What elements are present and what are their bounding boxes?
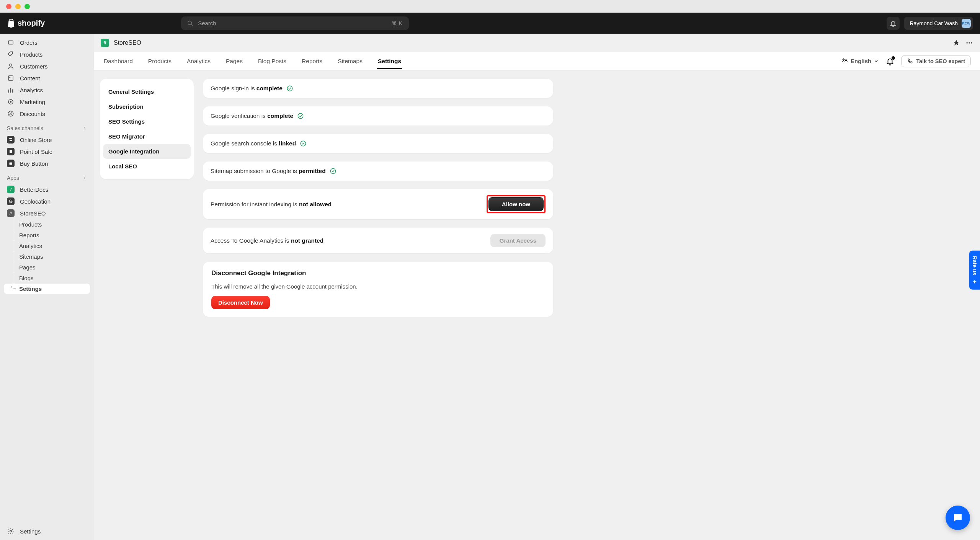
sidebar-item-marketing[interactable]: Marketing [4,96,90,108]
app-titlebar: // StoreSEO [94,34,980,52]
window-minimize-dot[interactable] [15,4,21,9]
grant-access-button[interactable]: Grant Access [490,234,546,247]
allow-now-button[interactable]: Allow now [488,197,544,211]
settings-menu-general[interactable]: General Settings [103,84,191,99]
disconnect-now-button[interactable]: Disconnect Now [211,296,270,309]
svg-point-15 [971,42,972,43]
settings-menu-local-seo[interactable]: Local SEO [103,159,191,174]
sidebar-item-discounts[interactable]: Discounts [4,108,90,119]
phone-icon [907,58,913,64]
sidebar-item-customers[interactable]: Customers [4,60,90,72]
check-circle-icon [297,113,304,119]
customers-icon [7,62,15,70]
sidebar-channel-pos[interactable]: Point of Sale [4,146,90,157]
shopify-logo[interactable]: shopify [7,18,45,28]
chevron-down-icon [874,59,879,64]
sidebar-item-orders[interactable]: Orders [4,37,90,48]
betterdocs-icon: ✓ [7,186,15,193]
sidebar-item-settings[interactable]: Settings [4,525,90,537]
svg-point-12 [10,530,12,532]
tab-reports[interactable]: Reports [301,53,323,69]
sidebar-item-label: Geolocation [20,198,51,205]
tab-dashboard[interactable]: Dashboard [103,53,134,69]
sidebar-item-label: Discounts [20,111,45,117]
sidebar-sub-reports[interactable]: Reports [4,230,90,240]
settings-menu-subscription[interactable]: Subscription [103,99,191,114]
tab-settings[interactable]: Settings [377,53,402,69]
app-notifications[interactable] [886,57,894,65]
pin-icon[interactable] [952,39,960,47]
talk-to-expert-button[interactable]: Talk to SEO expert [901,55,971,67]
app-main: // StoreSEO Dashboard Products Analytics… [94,34,980,540]
settings-menu-seo-settings[interactable]: SEO Settings [103,114,191,129]
sidebar-item-content[interactable]: Content [4,72,90,84]
svg-line-1 [191,24,193,26]
tab-blog-posts[interactable]: Blog Posts [257,53,287,69]
account-button[interactable]: Raymond Car Wash RCW [904,17,973,30]
tab-products[interactable]: Products [147,53,172,69]
account-avatar: RCW [962,19,971,28]
sidebar-channel-buy[interactable]: Buy Button [4,158,90,169]
sidebar-item-analytics[interactable]: Analytics [4,84,90,96]
sidebar-item-label: StoreSEO [20,210,46,217]
sidebar-item-label: Blogs [19,275,34,281]
sidebar-item-label: Settings [19,285,42,292]
window-chrome [0,0,980,13]
geolocation-icon [7,197,15,205]
sidebar-app-storeseo[interactable]: //StoreSEO [4,207,90,219]
check-circle-icon [300,140,307,147]
global-search[interactable]: Search ⌘ K [181,16,409,30]
sidebar-app-geolocation[interactable]: Geolocation [4,196,90,207]
gear-icon [7,527,15,535]
chat-fab[interactable] [946,506,970,530]
rate-us-pill[interactable]: Rate us [969,250,980,290]
sidebar-sub-analytics[interactable]: Analytics [4,241,90,251]
sidebar-item-label: Customers [20,63,48,70]
svg-rect-4 [8,76,13,80]
sidebar-sub-blogs[interactable]: Blogs [4,273,90,283]
section-label: Apps [7,175,19,181]
chevron-right-icon [82,126,87,131]
settings-menu-google-integration[interactable]: Google Integration [103,144,191,159]
sidebar-sub-pages[interactable]: Pages [4,262,90,272]
notification-dot [892,56,895,60]
sidebar-sub-sitemaps[interactable]: Sitemaps [4,251,90,262]
buy-icon [7,160,15,167]
sidebar-app-betterdocs[interactable]: ✓BetterDocs [4,184,90,195]
status-text: Access To Google Analytics is [211,237,291,244]
tab-analytics[interactable]: Analytics [186,53,211,69]
sidebar-sub-products[interactable]: Products [4,219,90,230]
allow-now-highlight: Allow now [487,195,546,213]
status-strong: linked [279,140,296,147]
sidebar-item-label: Sitemaps [19,253,43,260]
sidebar-sub-settings[interactable]: Settings [4,284,90,294]
sidebar-section-apps[interactable]: Apps [4,170,90,183]
more-icon[interactable] [965,39,973,47]
notifications-button[interactable] [887,17,900,30]
orders-icon [7,39,15,46]
svg-rect-2 [8,41,13,44]
tab-sitemaps[interactable]: Sitemaps [337,53,363,69]
button-label: Talk to SEO expert [916,58,965,64]
storeseo-icon: // [7,209,15,217]
tab-pages[interactable]: Pages [225,53,243,69]
sidebar-item-products[interactable]: Products [4,49,90,60]
disconnect-desc: This will remove all the given Google ac… [211,283,545,290]
shopify-wordmark: shopify [18,19,45,28]
status-card-sitemap: Sitemap submission to Google is permitte… [203,162,553,181]
sidebar-item-label: Online Store [20,137,52,143]
discounts-icon [7,110,15,117]
svg-point-16 [287,86,292,91]
sidebar-section-sales-channels[interactable]: Sales channels [4,120,90,134]
status-text: Google sign-in is [211,85,256,91]
status-strong: permitted [299,168,326,174]
sidebar-item-label: Analytics [20,87,43,93]
sparkle-icon [972,278,978,284]
window-close-dot[interactable] [6,4,11,9]
window-zoom-dot[interactable] [24,4,30,9]
language-selector[interactable]: English [841,58,879,65]
sidebar-channel-online-store[interactable]: Online Store [4,134,90,145]
search-placeholder: Search [198,20,387,26]
status-text: Google search console is [211,140,279,147]
settings-menu-seo-migrator[interactable]: SEO Migrator [103,129,191,144]
